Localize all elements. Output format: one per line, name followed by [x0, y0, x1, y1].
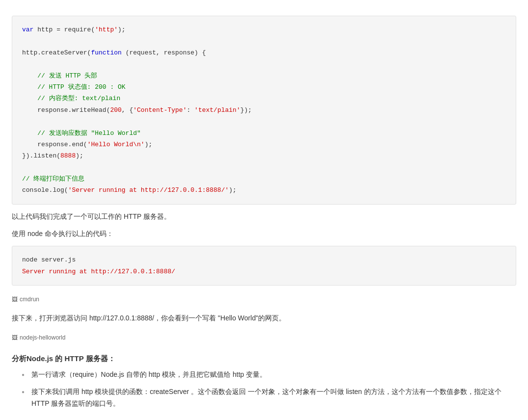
list-item: 第一行请求（require）Node.js 自带的 http 模块，并且把它赋值…	[22, 368, 516, 381]
code-line: // 内容类型: text/plain	[22, 93, 506, 104]
code-line-cmd: node server.js	[22, 254, 506, 265]
code-line	[22, 35, 506, 47]
keyword-var: var	[22, 26, 33, 33]
paragraph-2: 使用 node 命令执行以上的代码：	[12, 228, 516, 240]
code-line: }).listen(8888);	[22, 150, 506, 161]
code-block-1: var http = require('http'); http.createS…	[12, 16, 516, 205]
code-line: console.log('Server running at http://12…	[22, 184, 506, 196]
image-helloworld: nodejs-helloworld	[12, 333, 65, 342]
code-line: // 发送 HTTP 头部	[22, 70, 506, 81]
code-line	[22, 162, 506, 173]
code-line	[22, 58, 506, 70]
code-line: response.end('Hello World\n');	[22, 139, 506, 150]
list-item: 接下来我们调用 http 模块提供的函数：createServer 。这个函数会…	[22, 386, 516, 410]
code-line: // 终端打印如下信息	[22, 173, 506, 184]
paragraph-3: 接下来，打开浏览器访问 http://127.0.0.1:8888/，你会看到一…	[12, 312, 516, 324]
image-cmdrun: cmdrun	[12, 294, 39, 304]
code-line: // 发送响应数据 "Hello World"	[22, 128, 506, 139]
code-line: // HTTP 状态值: 200 : OK	[22, 81, 506, 93]
paragraph-1: 以上代码我们完成了一个可以工作的 HTTP 服务器。	[12, 210, 516, 223]
code-block-2: node server.js Server running at http://…	[12, 246, 516, 286]
code-line: response.writeHead(200, {'Content-Type':…	[22, 105, 506, 116]
section-title: 分析Node.js 的 HTTP 服务器：	[12, 352, 516, 365]
code-line: http.createServer(function (request, res…	[22, 47, 506, 58]
code-line: var http = require('http');	[22, 24, 506, 35]
code-line-output: Server running at http://127.0.0.1:8888/	[22, 266, 506, 277]
bullet-list: 第一行请求（require）Node.js 自带的 http 模块，并且把它赋值…	[22, 368, 516, 410]
code-line	[22, 116, 506, 127]
